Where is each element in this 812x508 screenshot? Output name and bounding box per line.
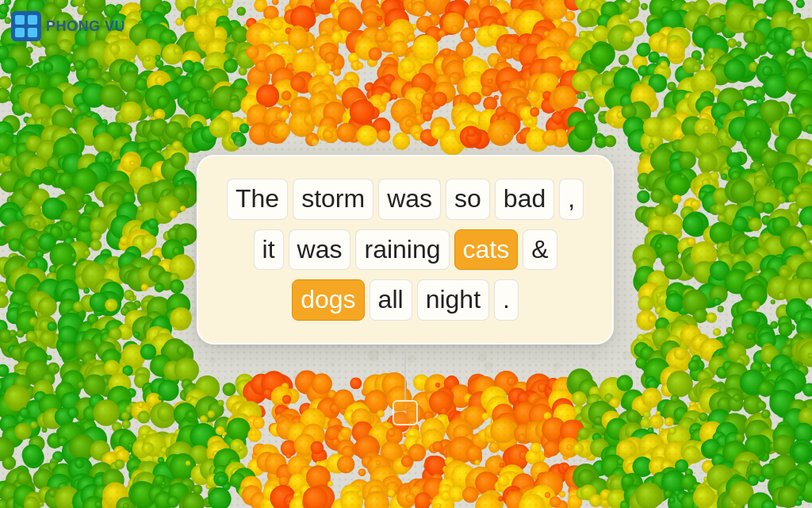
- word-the: The: [227, 179, 288, 220]
- svg-rect-4: [28, 28, 37, 37]
- word-storm: storm: [293, 179, 373, 220]
- word-raining: raining: [355, 229, 449, 271]
- svg-rect-2: [28, 15, 37, 25]
- word-was-1: was: [378, 179, 441, 220]
- phong-vu-logo-icon: [11, 11, 41, 41]
- word-ampersand: &: [523, 229, 557, 271]
- logo: PHONG VU: [11, 11, 125, 41]
- word-cats: cats: [454, 229, 519, 271]
- word-all: all: [370, 279, 412, 321]
- word-bad: bad: [495, 179, 554, 220]
- sentence-line-2: it was raining cats &: [227, 229, 584, 271]
- sentence-line-1: The storm was so bad ,: [227, 179, 584, 220]
- word-it: it: [254, 229, 284, 271]
- tooltip-connector: [404, 344, 406, 400]
- svg-rect-1: [15, 15, 25, 25]
- word-so: so: [446, 179, 490, 220]
- logo-text: PHONG VU: [46, 18, 125, 35]
- word-night: night: [417, 279, 489, 321]
- word-comma: ,: [559, 179, 584, 220]
- tooltip-wrapper: The storm was so bad , it was raining ca…: [197, 155, 614, 425]
- word-period: .: [494, 279, 519, 321]
- svg-rect-3: [15, 28, 25, 37]
- tooltip-anchor: [393, 400, 418, 425]
- sentence-line-3: dogs all night .: [227, 279, 584, 321]
- word-was-2: was: [289, 229, 351, 271]
- word-dogs: dogs: [292, 279, 364, 321]
- tooltip-box: The storm was so bad , it was raining ca…: [197, 155, 614, 344]
